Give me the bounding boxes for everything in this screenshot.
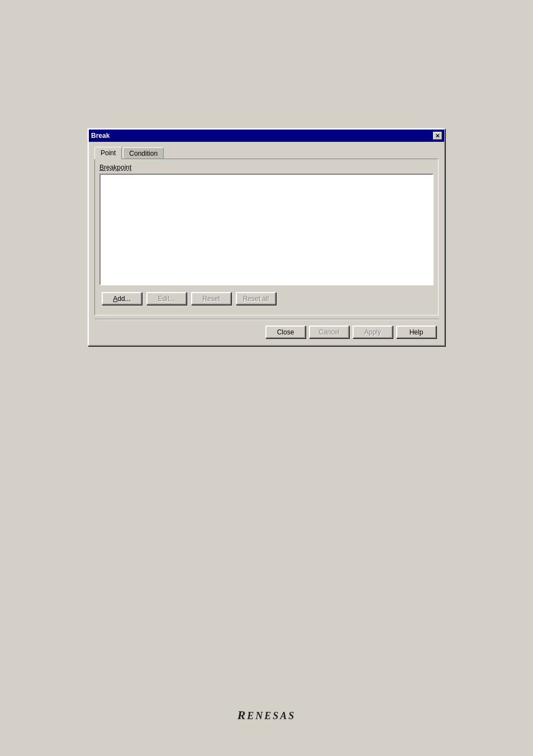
cancel-button-label: Cancel [318, 328, 339, 336]
tab-condition[interactable]: Condition [123, 147, 164, 160]
breakpoint-list[interactable] [99, 174, 434, 285]
bottom-button-row: Close Cancel Apply Help [94, 323, 439, 339]
add-button[interactable]: Add... [102, 292, 142, 305]
close-button[interactable]: Close [265, 326, 306, 338]
edit-button-label: Edit... [158, 295, 175, 303]
reset-button-label: Reset [202, 295, 220, 303]
apply-button-label: Apply [364, 328, 381, 336]
tab-content: Breakpoint Add... Edit... Reset [94, 159, 439, 315]
breakpoint-label: Breakpoint [99, 164, 434, 171]
renesas-logo: RENESAS [237, 708, 296, 722]
reset-all-button-label: Reset all [243, 295, 269, 303]
help-button-label: Help [410, 328, 423, 336]
reset-button[interactable]: Reset [191, 292, 231, 305]
tab-bar: Point Condition [94, 146, 439, 159]
dialog-body: Point Condition Breakpoint Add... [89, 142, 444, 345]
close-button-label: Close [277, 328, 294, 336]
breakpoint-label-b: B [99, 164, 104, 171]
breakpoint-label-rest: reakpoint [104, 164, 131, 171]
add-button-label: Add... [113, 295, 130, 303]
reset-all-button[interactable]: Reset all [236, 292, 276, 305]
title-bar: Break ✕ [89, 130, 444, 142]
break-dialog: Break ✕ Point Condition Breakpoint [88, 128, 445, 346]
cancel-button[interactable]: Cancel [309, 326, 349, 338]
dialog-title: Break [91, 132, 110, 140]
edit-button[interactable]: Edit... [146, 292, 187, 305]
close-icon[interactable]: ✕ [433, 132, 442, 140]
apply-button[interactable]: Apply [353, 326, 393, 338]
tab-point[interactable]: Point [94, 147, 122, 159]
tab-point-label: Point [101, 149, 116, 157]
help-button[interactable]: Help [396, 326, 436, 338]
action-button-row: Add... Edit... Reset Reset all [99, 292, 434, 305]
page-wrapper: Break ✕ Point Condition Breakpoint [0, 0, 533, 756]
renesas-logo-text: RENESAS [237, 709, 296, 721]
tab-condition-label: Condition [129, 150, 158, 157]
divider [94, 319, 439, 320]
